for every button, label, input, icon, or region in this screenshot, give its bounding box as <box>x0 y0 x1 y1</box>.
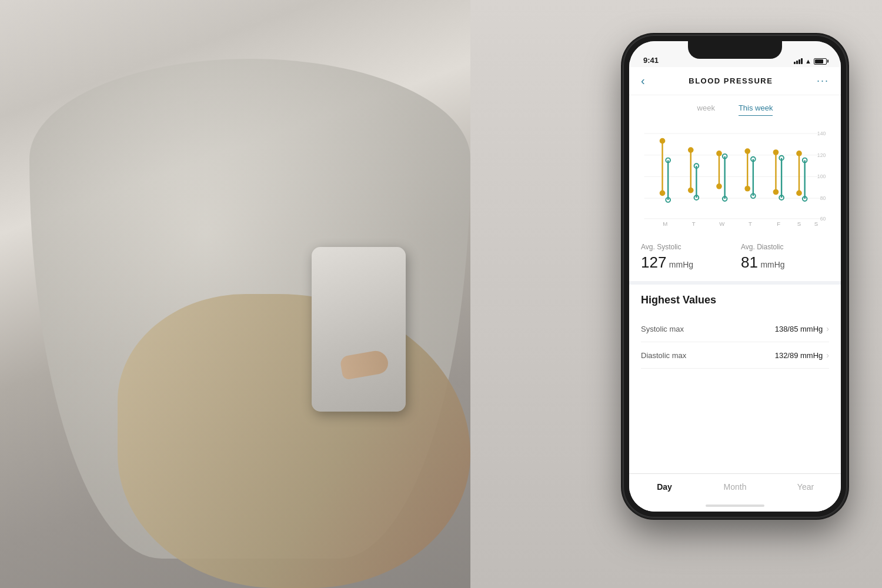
svg-point-17 <box>688 147 694 153</box>
diastolic-max-chevron-icon: › <box>826 350 829 360</box>
systolic-max-label: Systolic max <box>641 325 684 333</box>
stats-row: Avg. Systolic 127 mmHg Avg. Diastolic 81… <box>629 233 841 285</box>
highest-values-section: Highest Values Systolic max 138/85 mmHg … <box>629 285 841 373</box>
status-icons: ▲ <box>794 58 827 65</box>
home-bar <box>706 505 764 507</box>
chart-svg: 140 120 100 80 60 <box>639 122 831 230</box>
svg-point-24 <box>716 183 722 189</box>
battery-fill <box>815 59 823 64</box>
systolic-label: Avg. Systolic <box>641 243 729 251</box>
bottom-tab-bar: Day Month Year <box>629 473 841 500</box>
signal-bar-2 <box>796 61 798 64</box>
diastolic-unit: mmHg <box>760 260 784 269</box>
svg-point-36 <box>773 189 779 195</box>
highest-values-title: Highest Values <box>641 294 829 306</box>
systolic-max-value-group: 138/85 mmHg › <box>775 324 829 333</box>
svg-text:T: T <box>692 220 696 227</box>
diastolic-label: Avg. Diastolic <box>741 243 829 251</box>
systolic-stat: Avg. Systolic 127 mmHg <box>641 243 729 272</box>
svg-text:M: M <box>663 220 667 227</box>
svg-point-42 <box>796 191 802 196</box>
bp-cuff: withings + <box>312 247 406 412</box>
phone-notch <box>688 41 782 59</box>
svg-point-23 <box>716 151 722 156</box>
svg-text:W: W <box>719 220 725 227</box>
diastolic-max-label: Diastolic max <box>641 351 686 360</box>
man-silhouette: withings + <box>0 0 529 588</box>
phone-screen: 9:41 ▲ <box>629 41 841 512</box>
systolic-max-value: 138/85 mmHg <box>775 325 823 333</box>
phone: 9:41 ▲ <box>623 35 847 517</box>
battery-tip <box>827 60 828 63</box>
tab-year[interactable]: Year <box>770 474 841 500</box>
svg-point-41 <box>796 151 802 156</box>
tab-this-week[interactable]: This week <box>727 100 785 116</box>
diastolic-stat: Avg. Diastolic 81 mmHg <box>741 243 829 272</box>
systolic-max-row[interactable]: Systolic max 138/85 mmHg › <box>641 316 829 342</box>
status-time: 9:41 <box>643 56 659 65</box>
more-button[interactable]: ··· <box>817 75 829 87</box>
svg-point-30 <box>744 186 750 192</box>
back-button[interactable]: ‹ <box>641 74 645 88</box>
svg-point-29 <box>744 148 750 154</box>
svg-text:S: S <box>814 220 818 227</box>
phone-body: 9:41 ▲ <box>623 35 847 517</box>
tab-day[interactable]: Day <box>629 474 700 500</box>
svg-point-12 <box>660 191 666 196</box>
svg-point-18 <box>688 188 694 193</box>
tab-month[interactable]: Month <box>700 474 770 500</box>
svg-text:F: F <box>777 220 780 227</box>
signal-bar-1 <box>794 62 796 64</box>
svg-point-35 <box>773 149 779 155</box>
tab-week[interactable]: week <box>686 100 727 116</box>
systolic-max-chevron-icon: › <box>826 324 829 333</box>
diastolic-max-row[interactable]: Diastolic max 132/89 mmHg › <box>641 342 829 369</box>
diastolic-value-row: 81 mmHg <box>741 253 829 272</box>
app-header: ‹ BLOOD PRESSURE ··· <box>629 67 841 95</box>
battery-icon <box>814 58 827 65</box>
week-tab-bar: week This week <box>629 95 841 116</box>
diastolic-max-value: 132/89 mmHg <box>775 351 823 360</box>
systolic-value-row: 127 mmHg <box>641 253 729 272</box>
wifi-icon: ▲ <box>805 58 811 65</box>
svg-point-11 <box>660 138 666 144</box>
page-title: BLOOD PRESSURE <box>689 76 773 85</box>
svg-text:T: T <box>749 220 752 227</box>
bp-chart: 140 120 100 80 60 <box>629 116 841 233</box>
svg-text:80: 80 <box>820 195 826 201</box>
home-indicator <box>629 500 841 512</box>
diastolic-max-value-group: 132/89 mmHg › <box>775 350 829 360</box>
app-content: ‹ BLOOD PRESSURE ··· week This week <box>629 67 841 512</box>
signal-icon <box>794 58 803 64</box>
systolic-value: 127 <box>641 253 666 271</box>
svg-text:60: 60 <box>820 216 826 222</box>
diastolic-value: 81 <box>741 253 758 271</box>
signal-bar-3 <box>799 59 800 64</box>
svg-text:S: S <box>797 220 801 227</box>
signal-bar-4 <box>801 58 803 64</box>
systolic-unit: mmHg <box>669 260 693 269</box>
